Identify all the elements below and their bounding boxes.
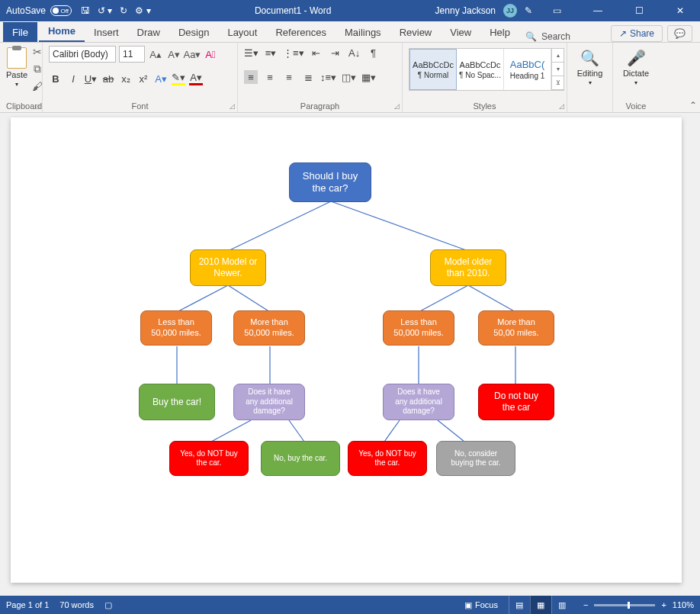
node-do-not-buy[interactable]: Do not buy the car [478,384,554,420]
font-size-combo[interactable]: 11 [119,46,145,63]
italic-icon[interactable]: I [66,72,80,85]
undo-icon[interactable]: ↺ ▾ [98,5,112,16]
ribbon-display-icon[interactable]: ▭ [540,0,573,21]
node-older-2010[interactable]: Model older than 2010. [430,249,506,286]
tab-layout[interactable]: Layout [218,22,266,42]
focus-mode[interactable]: ▣Focus [464,600,498,610]
line-spacing-icon[interactable]: ↕≡▾ [320,70,336,84]
styles-launcher-icon[interactable]: ◿ [559,102,564,110]
minimize-icon[interactable]: — [581,0,615,21]
dictate-button[interactable]: 🎤 Dictate ▾ [619,46,653,86]
tab-draw[interactable]: Draw [128,22,169,42]
user-name[interactable]: Jenny Jackson [435,5,496,16]
format-painter-icon[interactable]: 🖌 [32,80,43,92]
document-area[interactable]: Should I buy the car? 2010 Model or Newe… [0,113,700,596]
web-layout-icon[interactable]: ▥ [551,596,573,614]
node-root[interactable]: Should I buy the car? [289,162,371,202]
font-name-combo[interactable]: Calibri (Body) [49,46,116,63]
paragraph-launcher-icon[interactable]: ◿ [394,102,400,110]
style-no-spacing[interactable]: AaBbCcDc ¶ No Spac... [457,49,504,90]
node-yes-not-buy-b[interactable]: Yes, do NOT buy the car. [348,441,427,476]
node-yes-not-buy-a[interactable]: Yes, do NOT buy the car. [169,441,249,476]
decrease-indent-icon[interactable]: ⇤ [310,46,323,59]
strikethrough-icon[interactable]: ab [101,72,115,85]
copy-icon[interactable]: ⧉ [32,63,43,76]
superscript-icon[interactable]: x² [136,72,150,85]
user-avatar[interactable]: JJ [503,4,517,18]
change-case-icon[interactable]: Aa▾ [185,47,200,62]
borders-icon[interactable]: ▦▾ [361,70,376,84]
zoom-in-icon[interactable]: + [661,600,666,609]
style-normal[interactable]: AaBbCcDc ¶ Normal [409,49,457,90]
styles-down-icon[interactable]: ▾ [552,63,564,76]
node-more-50k-a[interactable]: More than 50,000 miles. [233,310,305,346]
autosave-toggle[interactable]: AutoSave Off [6,5,72,16]
tab-home[interactable]: Home [39,21,85,42]
tab-help[interactable]: Help [480,22,519,42]
underline-icon[interactable]: U▾ [84,72,98,85]
comments-button[interactable]: 💬 [667,25,692,42]
subscript-icon[interactable]: x₂ [119,72,133,85]
read-mode-icon[interactable]: ▤ [509,596,530,614]
justify-icon[interactable]: ≣ [301,70,315,84]
search-box[interactable]: 🔍 Search [519,31,576,42]
bold-icon[interactable]: B [49,72,63,85]
node-damage-a[interactable]: Does it have any additional damage? [233,384,305,420]
drawing-mode-icon[interactable]: ✎ [525,5,532,16]
tab-file[interactable]: File [3,22,37,42]
redo-icon[interactable]: ↻ [120,5,127,16]
paste-button[interactable]: Paste ▾ [6,47,27,88]
highlight-icon[interactable]: ✎▾ [172,72,185,85]
font-launcher-icon[interactable]: ◿ [230,102,235,110]
numbering-icon[interactable]: ≡▾ [264,46,278,59]
node-damage-b[interactable]: Does it have any additional damage? [383,384,454,420]
node-no-buy[interactable]: No, buy the car. [261,441,340,476]
style-heading1[interactable]: AaBbC( Heading 1 [504,49,551,90]
zoom-slider[interactable] [594,604,655,606]
save-icon[interactable]: 🖫 [81,5,90,16]
tab-references[interactable]: References [266,22,335,42]
styles-more-icon[interactable]: ⊻ [552,76,564,90]
text-effects-icon[interactable]: A▾ [154,72,168,85]
font-color-icon[interactable]: A▾ [189,72,203,85]
page-number[interactable]: Page 1 of 1 [6,600,49,609]
multilevel-list-icon[interactable]: ⋮≡▾ [283,46,304,59]
node-no-consider[interactable]: No, consider buying the car. [436,441,515,476]
cut-icon[interactable]: ✂ [32,46,43,58]
increase-indent-icon[interactable]: ⇥ [329,46,342,59]
bullets-icon[interactable]: ☰▾ [244,46,258,59]
node-2010-newer[interactable]: 2010 Model or Newer. [190,249,266,286]
proofing-icon[interactable]: ▢ [104,600,112,610]
collapse-ribbon-icon[interactable]: ⌃ [689,100,697,111]
shrink-font-icon[interactable]: A▾ [166,47,181,62]
show-marks-icon[interactable]: ¶ [367,46,381,59]
zoom-out-icon[interactable]: − [583,600,588,609]
maximize-icon[interactable]: ☐ [622,0,656,21]
align-center-icon[interactable]: ≡ [263,70,277,84]
tab-view[interactable]: View [441,22,480,42]
editing-button[interactable]: 🔍 Editing ▾ [573,46,606,86]
grow-font-icon[interactable]: A▴ [148,47,163,62]
print-layout-icon[interactable]: ▦ [530,596,551,614]
node-more-50k-b[interactable]: More than 50,00 miles. [478,310,554,346]
styles-up-icon[interactable]: ▴ [552,49,564,63]
clipboard-launcher-icon[interactable]: ◿ [34,102,40,110]
tab-review[interactable]: Review [390,22,442,42]
decision-tree-diagram[interactable]: Should I buy the car? 2010 Model or Newe… [11,117,682,583]
node-less-50k-b[interactable]: Less than 50,000 miles. [383,310,454,346]
share-button[interactable]: ↗ Share [611,25,663,42]
node-less-50k-a[interactable]: Less than 50,000 miles. [140,310,212,346]
close-icon[interactable]: ✕ [663,0,697,21]
tab-mailings[interactable]: Mailings [336,22,390,42]
zoom-level[interactable]: 110% [673,600,694,609]
word-count[interactable]: 70 words [59,600,94,609]
shading-icon[interactable]: ◫▾ [342,70,356,84]
node-buy[interactable]: Buy the car! [139,384,215,420]
tab-design[interactable]: Design [169,22,218,42]
align-right-icon[interactable]: ≡ [282,70,296,84]
clear-formatting-icon[interactable]: A⃠ [203,47,218,62]
align-left-icon[interactable]: ≡ [244,70,258,84]
customize-qat-icon[interactable]: ⚙ ▾ [135,5,150,16]
tab-insert[interactable]: Insert [85,22,128,42]
sort-icon[interactable]: A↓ [348,46,361,59]
